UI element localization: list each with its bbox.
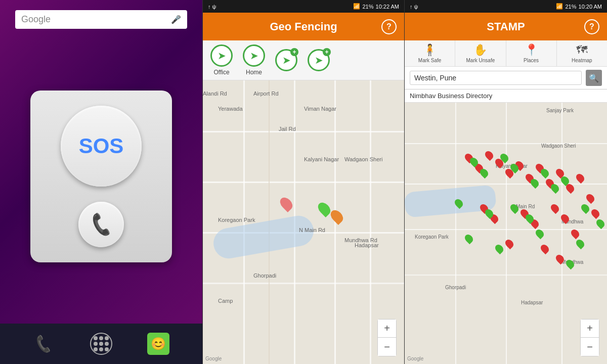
tab-places[interactable]: 📍 Places <box>506 40 557 66</box>
pin-pink-icon <box>278 195 295 212</box>
map-pin-green <box>319 202 329 216</box>
hmap-area8: Hadapsar <box>521 300 543 305</box>
geo-fencing-map[interactable]: Yerawada Viman Nagar Kalyani Nagar Koreg… <box>203 80 404 364</box>
area-label: Wadgaon Sheri <box>344 156 382 162</box>
hmap-area4: Koregaon Park <box>415 234 449 240</box>
battery-stamp: 21% <box>565 4 576 10</box>
hmap-pin-green <box>580 203 591 214</box>
area-label: Alandi Rd <box>203 90 227 97</box>
hmap-pin-green <box>494 243 505 255</box>
sms-button[interactable]: 😊 <box>146 331 171 356</box>
places-label: Places <box>524 58 539 63</box>
search-area: 🔍 Nimbhav Business Directory <box>405 67 607 103</box>
tab-mark-safe[interactable]: 🧍 Mark Safe <box>405 40 455 66</box>
mic-icon[interactable]: 🎤 <box>171 15 181 24</box>
tab-mark-unsafe[interactable]: ✋ Mark Unsafe <box>455 40 506 66</box>
status-left-stamp: ↑ ψ <box>410 4 418 10</box>
road-nagar <box>203 181 404 183</box>
zoom-controls-stamp: + − <box>580 319 599 356</box>
road-vertical2 <box>370 80 371 364</box>
nav-arrow-icon: ➤ <box>250 50 258 62</box>
area-label: Viman Nagar <box>304 106 336 112</box>
help-button-geo[interactable]: ? <box>381 19 397 34</box>
office-nav-circle: ➤ <box>210 44 233 67</box>
hmap-pin-red <box>539 243 551 255</box>
zoom-out-stamp[interactable]: − <box>581 338 599 356</box>
stamp-tabs: 🧍 Mark Safe ✋ Mark Unsafe 📍 Places 🗺 Hea… <box>405 40 607 67</box>
heatmap-icon: 🗺 <box>576 43 587 57</box>
home-nav[interactable]: ➤ Home <box>243 44 265 76</box>
dot <box>94 342 98 346</box>
help-button-stamp[interactable]: ? <box>584 19 599 34</box>
heatmap-label: Heatmap <box>572 58 592 63</box>
time-stamp: 10:20 AM <box>579 4 602 10</box>
bottom-navigation-bar: 📞 😊 <box>0 324 202 364</box>
mark-unsafe-label: Mark Unsafe <box>466 58 495 63</box>
area-label: Yerawada <box>218 106 243 112</box>
area-label: Airport Rd <box>253 90 279 97</box>
google-label: Google <box>21 14 51 25</box>
search-input[interactable] <box>410 71 582 85</box>
status-bar-stamp: ↑ ψ 📶 21% 10:20 AM <box>405 0 607 13</box>
geo-toolbar: ➤ Office ➤ Home ➤ + ➤ + <box>203 40 404 80</box>
apps-grid-button[interactable] <box>89 331 114 356</box>
dot <box>94 347 98 351</box>
area-label: Koregaon Park <box>218 217 255 223</box>
map-pin-orange <box>332 209 342 223</box>
add-geo1-circle: ➤ + <box>275 49 297 71</box>
hmap-area1: Sanjay Park <box>546 108 574 113</box>
road-airport <box>203 131 404 132</box>
home-nav-circle: ➤ <box>243 44 265 67</box>
search-suggestion[interactable]: Nimbhav Business Directory <box>405 89 607 103</box>
home-label: Home <box>246 69 262 76</box>
geo-fencing-header: Geo Fencing ? <box>203 13 404 40</box>
hmap-road5 <box>405 184 607 185</box>
zoom-controls-geo: + − <box>377 319 397 356</box>
sos-label: SOS <box>79 134 124 158</box>
area-label: Jail Rd <box>279 126 296 132</box>
area-label: Kalyani Nagar <box>304 156 339 162</box>
nav-arrow-icon: ➤ <box>282 54 291 66</box>
office-label: Office <box>213 69 229 76</box>
heatmap-map[interactable]: Sanjay Park Wadgaon Sheri Kalyani Nagar … <box>405 103 607 364</box>
hmap-road4 <box>405 143 607 144</box>
hmap-pin-green <box>575 238 586 250</box>
add-geo2-nav[interactable]: ➤ + <box>308 49 330 71</box>
dot <box>99 336 103 340</box>
dot <box>99 342 103 346</box>
smiley-icon: 😊 <box>147 333 169 355</box>
zoom-out-button[interactable]: − <box>378 338 396 356</box>
stamp-screen: ↑ ψ 📶 21% 10:20 AM STAMP ? 🧍 Mark Safe ✋… <box>405 0 607 364</box>
status-right: 📶 21% 10:22 AM <box>353 3 399 10</box>
hmap-area5: Ghorpadi <box>445 285 466 290</box>
google-logo-stamp: Google <box>407 356 423 361</box>
hmap-road3 <box>561 103 562 364</box>
map-pin-pink <box>281 197 291 211</box>
geo-fencing-title: Geo Fencing <box>226 20 381 33</box>
map-background: Yerawada Viman Nagar Kalyani Nagar Koreg… <box>203 80 404 364</box>
hmap-pin-green <box>595 218 606 230</box>
phone-nav-button[interactable]: 📞 <box>31 331 57 356</box>
hmap-pin-green <box>463 233 475 245</box>
mark-safe-icon: 🧍 <box>423 43 437 57</box>
add-geo1-nav[interactable]: ➤ + <box>275 49 297 71</box>
hmap-pin-red <box>575 172 586 184</box>
google-search-bar[interactable]: Google 🎤 <box>15 10 187 29</box>
hmap-road2 <box>506 103 507 364</box>
zoom-in-button[interactable]: + <box>378 320 396 338</box>
phone-blue-icon: 📞 <box>33 334 54 354</box>
hmap-pin-red <box>590 208 601 219</box>
hmap-pin-red <box>585 193 596 204</box>
phone-call-button[interactable]: 📞 <box>78 202 124 247</box>
time-display: 10:22 AM <box>376 4 399 10</box>
hmap-pin-red <box>484 150 495 161</box>
search-button[interactable]: 🔍 <box>586 70 602 86</box>
zoom-in-stamp[interactable]: + <box>581 320 599 338</box>
plus-badge: + <box>290 48 298 56</box>
office-nav[interactable]: ➤ Office <box>210 44 233 76</box>
dot <box>94 336 98 340</box>
hmap-area6: Main Rd <box>516 204 535 209</box>
tab-heatmap[interactable]: 🗺 Heatmap <box>557 40 607 66</box>
sos-button[interactable]: SOS <box>61 106 142 187</box>
pin-orange-icon <box>328 208 345 225</box>
